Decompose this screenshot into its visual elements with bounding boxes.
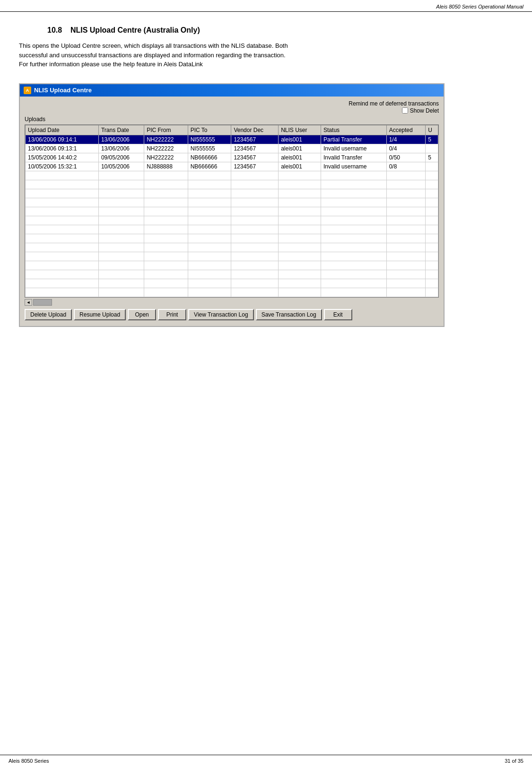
col-status[interactable]: Status [321,125,387,135]
table-cell-empty [321,270,387,279]
table-cell-empty [144,216,188,225]
table-cell-empty [386,234,426,243]
table-header-row: Upload Date Trans Date PIC From PIC To V… [26,125,438,135]
table-row[interactable]: 13/06/2006 09:13:113/06/2006NH222222NI55… [26,144,438,153]
section-body-line2: successful and unsuccessful transactions… [19,51,513,60]
table-row[interactable]: 13/06/2006 09:14:113/06/2006NH222222NI55… [26,135,438,144]
table-cell-empty [279,252,321,261]
table-cell-empty [188,243,231,252]
table-cell: NH222222 [144,153,188,162]
scrollbar-row: ◄ [23,299,441,306]
table-cell-empty [231,270,279,279]
table-cell: Invalid username [321,162,387,171]
print-button[interactable]: Print [158,309,186,320]
table-cell: 0/50 [386,153,426,162]
page-header: Aleis 8050 Series Operational Manual [0,0,532,12]
col-upload-date[interactable]: Upload Date [26,125,99,135]
table-cell-empty [144,261,188,270]
table-cell: NH222222 [144,135,188,144]
table-cell-empty [98,216,144,225]
table-cell-empty [98,243,144,252]
section-body-line3: For further information please use the h… [19,60,513,69]
resume-upload-button[interactable]: Resume Upload [74,309,126,320]
table-cell-empty [188,288,231,297]
table-cell-empty [386,198,426,207]
uploads-table: Upload Date Trans Date PIC From PIC To V… [25,125,438,297]
table-cell: NB666666 [188,153,231,162]
open-button[interactable]: Open [128,309,156,320]
show-delet-checkbox[interactable] [402,107,408,114]
table-cell-empty [386,261,426,270]
table-cell: Partial Transfer [321,135,387,144]
col-pic-to[interactable]: PIC To [188,125,231,135]
col-vendor-dec[interactable]: Vendor Dec [231,125,279,135]
table-cell: 5 [426,135,438,144]
table-cell-empty [279,225,321,234]
main-content: 10.8 NLIS Upload Centre (Australia Only)… [0,12,532,327]
remind-label: Remind me of deferred transactions [349,100,439,107]
table-cell-empty [231,234,279,243]
table-cell-empty [279,234,321,243]
table-cell-empty [188,189,231,198]
table-cell-empty [426,171,438,180]
table-cell-empty [26,270,99,279]
header-title: Aleis 8050 Series Operational Manual [436,4,523,9]
table-cell-empty [144,252,188,261]
table-cell-empty [231,207,279,216]
table-cell-empty [231,279,279,288]
table-cell-empty [386,180,426,189]
table-cell-empty [98,180,144,189]
table-cell: 1/4 [386,135,426,144]
table-cell-empty [386,207,426,216]
table-row-empty [26,243,438,252]
toolbar-row: Remind me of deferred transactions Show … [23,99,441,115]
col-pic-from[interactable]: PIC From [144,125,188,135]
nlis-upload-window: A NLIS Upload Centre Remind me of deferr… [19,83,445,327]
save-transaction-log-button[interactable]: Save Transaction Log [256,309,322,320]
table-cell-empty [98,270,144,279]
window-title: NLIS Upload Centre [34,87,92,94]
table-cell: 0/8 [386,162,426,171]
uploads-table-area[interactable]: Upload Date Trans Date PIC From PIC To V… [25,124,439,298]
table-cell-empty [386,270,426,279]
delete-upload-button[interactable]: Delete Upload [25,309,72,320]
table-cell-empty [386,243,426,252]
table-row-empty [26,270,438,279]
table-cell-empty [144,270,188,279]
table-cell-empty [98,225,144,234]
view-transaction-log-button[interactable]: View Transaction Log [188,309,254,320]
table-row[interactable]: 10/05/2006 15:32:110/05/2006NJ888888NB66… [26,162,438,171]
table-cell-empty [231,198,279,207]
table-cell-empty [231,171,279,180]
scroll-track[interactable] [33,299,52,306]
col-accepted[interactable]: Accepted [386,125,426,135]
table-cell-empty [321,252,387,261]
table-cell: 1234567 [231,144,279,153]
button-row: Delete Upload Resume Upload Open Print V… [23,306,441,323]
uploads-label-row: Uploads [23,115,441,123]
show-delet-label: Show Delet [410,107,439,114]
exit-button[interactable]: Exit [324,309,352,320]
section-body: This opens the Upload Centre screen, whi… [19,41,513,69]
table-row-empty [26,180,438,189]
table-cell: NI555555 [188,144,231,153]
table-cell-empty [98,288,144,297]
table-cell-empty [188,234,231,243]
col-nlis-user[interactable]: NLIS User [279,125,321,135]
table-cell-empty [279,189,321,198]
table-cell-empty [279,270,321,279]
table-row[interactable]: 15/05/2006 14:40:209/05/2006NH222222NB66… [26,153,438,162]
table-row-empty [26,261,438,270]
section-body-line1: This opens the Upload Centre screen, whi… [19,41,513,51]
col-u[interactable]: U [426,125,438,135]
table-cell-empty [98,198,144,207]
col-trans-date[interactable]: Trans Date [98,125,144,135]
table-cell: 13/06/2006 [98,144,144,153]
table-cell-empty [26,288,99,297]
scroll-left-button[interactable]: ◄ [25,299,32,306]
table-cell-empty [386,216,426,225]
table-row-empty [26,234,438,243]
table-cell-empty [98,189,144,198]
page-footer: Aleis 8050 Series 31 of 35 [0,755,532,767]
table-cell-empty [188,279,231,288]
